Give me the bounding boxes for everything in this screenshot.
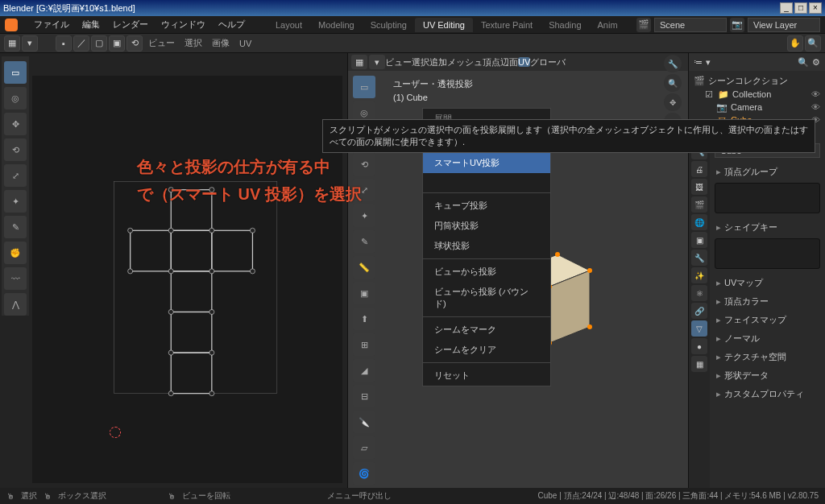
panel-uvmaps[interactable]: UVマップ bbox=[715, 274, 820, 292]
menu-cylinder-proj[interactable]: 円筒状投影 bbox=[423, 216, 550, 236]
vp-tool-scale[interactable]: ⤢ bbox=[353, 179, 375, 201]
menu-file[interactable]: ファイル bbox=[27, 19, 76, 31]
panel-shape-keys[interactable]: シェイプキー bbox=[715, 218, 820, 237]
vp-menu-view[interactable]: ビュー bbox=[385, 56, 412, 68]
vp-tool-polybuild[interactable]: ▱ bbox=[353, 436, 375, 459]
visibility-icon[interactable]: 👁 bbox=[811, 89, 820, 99]
vp-menu-uv[interactable]: UV bbox=[518, 57, 530, 67]
vp-tool-select[interactable]: ▭ bbox=[353, 76, 375, 98]
gizmo-zoom-icon[interactable]: 🔍 bbox=[664, 74, 682, 92]
mode-dropdown-icon[interactable]: ▾ bbox=[22, 35, 38, 52]
minimize-button[interactable]: _ bbox=[780, 2, 793, 14]
ptab-particle-icon[interactable]: ✨ bbox=[691, 267, 707, 283]
tool-move[interactable]: ✥ bbox=[4, 113, 27, 135]
vp-tool-knife[interactable]: 🔪 bbox=[353, 411, 375, 433]
menu-mark-seam[interactable]: シームをマーク bbox=[423, 320, 550, 340]
menu-project-from-view[interactable]: ビューから投影 bbox=[423, 262, 550, 282]
gizmo-move-icon[interactable]: ✥ bbox=[664, 93, 682, 111]
checkbox-icon[interactable]: ☑ bbox=[703, 89, 715, 100]
vp-tool-transform[interactable]: ✦ bbox=[353, 204, 375, 227]
tab-uvediting[interactable]: UV Editing bbox=[415, 18, 473, 32]
ptab-modifier-icon[interactable]: 🔧 bbox=[691, 250, 707, 266]
vp-tool-inset[interactable]: ⊞ bbox=[353, 333, 375, 356]
vp-tool-annotate[interactable]: ✎ bbox=[353, 230, 375, 253]
vp-menu-mesh[interactable]: メッシュ bbox=[447, 56, 483, 68]
panel-texture-space[interactable]: テクスチャ空間 bbox=[715, 348, 820, 366]
vertex-groups-list[interactable] bbox=[715, 183, 820, 213]
uv-zoom-icon[interactable]: 🔍 bbox=[805, 35, 821, 52]
sync-icon[interactable]: ⟲ bbox=[126, 35, 143, 52]
vp-tool-spin[interactable]: 🌀 bbox=[353, 462, 375, 485]
tree-collection[interactable]: ☑📁Collection👁 bbox=[694, 88, 820, 101]
ptab-material-icon[interactable]: ● bbox=[691, 338, 707, 354]
tool-select-box[interactable]: ▭ bbox=[4, 61, 27, 84]
tool-relax[interactable]: 〰 bbox=[4, 267, 27, 290]
ptab-output-icon[interactable]: 🖨 bbox=[691, 161, 707, 177]
close-button[interactable]: × bbox=[809, 2, 822, 14]
tab-texturepaint[interactable]: Texture Paint bbox=[473, 18, 541, 32]
panel-vertex-colors[interactable]: 頂点カラー bbox=[715, 292, 820, 311]
tool-pinch[interactable]: ⋀ bbox=[4, 293, 27, 316]
tool-rotate[interactable]: ⟲ bbox=[4, 138, 27, 161]
vp-tool-extrude[interactable]: ⬆ bbox=[353, 308, 375, 330]
menu-cube-proj[interactable]: キューブ投影 bbox=[423, 196, 550, 216]
tab-sculpting[interactable]: Sculpting bbox=[363, 18, 415, 32]
ptab-object-icon[interactable]: ▣ bbox=[691, 232, 707, 248]
tree-camera[interactable]: 📷Camera👁 bbox=[694, 101, 820, 114]
menu-smart-uv[interactable]: スマートUV投影 bbox=[423, 153, 550, 173]
tab-modeling[interactable]: Modeling bbox=[310, 18, 363, 32]
ptab-viewlayer-icon[interactable]: 🖼 bbox=[691, 179, 707, 195]
panel-vertex-groups[interactable]: 頂点グループ bbox=[715, 163, 820, 181]
menu-sphere-proj[interactable]: 球状投影 bbox=[423, 236, 550, 256]
tool-annotate[interactable]: ✎ bbox=[4, 216, 27, 238]
outliner-filter-btn-icon[interactable]: ⚙ bbox=[812, 57, 820, 68]
vp-menu-edge[interactable]: 辺 bbox=[500, 56, 509, 68]
visibility-icon[interactable]: 👁 bbox=[811, 102, 820, 112]
uv-menu-select[interactable]: 選択 bbox=[180, 37, 207, 49]
sel-vert-icon[interactable]: ▪ bbox=[56, 35, 72, 52]
vp-menu-face[interactable]: 面 bbox=[509, 56, 518, 68]
vp-mode-icon[interactable]: ▾ bbox=[369, 55, 385, 69]
menu-edit[interactable]: 編集 bbox=[76, 19, 106, 31]
sel-island-icon[interactable]: ▣ bbox=[109, 35, 125, 52]
tool-grab[interactable]: ✊ bbox=[4, 242, 27, 264]
menu-project-from-view-bounds[interactable]: ビューから投影 (バウンド) bbox=[423, 282, 550, 314]
tab-layout[interactable]: Layout bbox=[267, 18, 310, 32]
panel-face-maps[interactable]: フェイスマップ bbox=[715, 311, 820, 329]
menu-window[interactable]: ウィンドウ bbox=[155, 19, 212, 31]
vp-tool-addcube[interactable]: ▣ bbox=[353, 282, 375, 304]
ptab-texture-icon[interactable]: ▦ bbox=[691, 356, 707, 372]
tool-scale[interactable]: ⤢ bbox=[4, 164, 27, 187]
menu-help[interactable]: ヘルプ bbox=[212, 19, 251, 31]
vp-menu-add[interactable]: 追加 bbox=[429, 56, 447, 68]
sel-face-icon[interactable]: ▢ bbox=[91, 35, 107, 52]
viewlayer-icon[interactable]: 📷 bbox=[730, 18, 744, 32]
ptab-data-icon[interactable]: ▽ bbox=[691, 320, 707, 337]
outliner-editor-icon[interactable]: ≔ bbox=[694, 57, 703, 68]
uv-canvas[interactable] bbox=[32, 76, 342, 483]
vp-pivot-dropdown[interactable]: グローバ bbox=[530, 56, 566, 68]
shape-keys-list[interactable] bbox=[715, 238, 820, 269]
menu-render[interactable]: レンダー bbox=[106, 19, 155, 31]
tree-scene-collection[interactable]: 🎬シーンコレクション bbox=[694, 74, 820, 88]
ptab-world-icon[interactable]: 🌐 bbox=[691, 214, 707, 230]
editor-type-icon[interactable]: ▦ bbox=[4, 35, 20, 52]
scene-name-input[interactable] bbox=[654, 18, 727, 32]
browse-scene-icon[interactable]: 🎬 bbox=[636, 18, 651, 32]
tool-cursor[interactable]: ◎ bbox=[4, 87, 27, 109]
maximize-button[interactable]: □ bbox=[794, 2, 807, 14]
outliner-search-icon[interactable]: 🔍 bbox=[798, 57, 809, 68]
tool-transform[interactable]: ✦ bbox=[4, 190, 27, 213]
ptab-scene-icon[interactable]: 🎬 bbox=[691, 196, 707, 213]
uv-menu-image[interactable]: 画像 bbox=[207, 37, 234, 49]
gizmo-options-icon[interactable]: 🔧 bbox=[664, 55, 682, 72]
sel-edge-icon[interactable]: ／ bbox=[73, 35, 89, 52]
uv-hand-icon[interactable]: ✋ bbox=[787, 35, 803, 52]
vp-tool-loopcut[interactable]: ⊟ bbox=[353, 385, 375, 407]
ptab-physics-icon[interactable]: ⚛ bbox=[691, 285, 707, 301]
vp-tool-bevel[interactable]: ◢ bbox=[353, 359, 375, 382]
outliner-filter-icon[interactable]: ▾ bbox=[706, 57, 711, 68]
vp-tool-rotate[interactable]: ⟲ bbox=[353, 153, 375, 176]
panel-normals[interactable]: ノーマル bbox=[715, 329, 820, 348]
vp-tool-measure[interactable]: 📏 bbox=[353, 256, 375, 279]
